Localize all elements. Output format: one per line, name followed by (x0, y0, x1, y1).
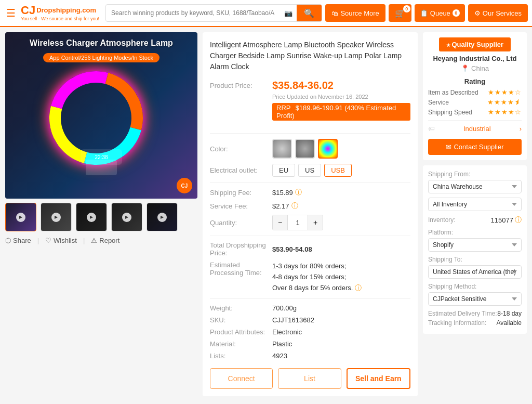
color-swatch-3[interactable] (318, 139, 338, 159)
rating-shipping-stars: ★★★★☆ (488, 108, 522, 116)
rating-service-stars: ★★★★⯨ (487, 98, 522, 106)
report-action[interactable]: ⚠ Report (91, 237, 119, 244)
source-more-button[interactable]: 🛍 Source More (325, 4, 385, 22)
our-services-button[interactable]: ⚙ Our Services (468, 4, 528, 22)
thumbnail-5[interactable]: ▶ (147, 203, 178, 231)
shipping-method-select[interactable]: CJPacket Sensitive (428, 292, 522, 306)
supplier-card: ★ Quality Supplier Heyang Industrial Co.… (423, 32, 527, 160)
shipping-info-icon[interactable]: ⓘ (295, 188, 302, 197)
platform-group: Platform: Shopify (428, 229, 522, 252)
sku-row: SKU: CJJT1613682 (210, 316, 410, 324)
quantity-input[interactable] (287, 215, 308, 230)
processing-row: Estimated Processing Time: 1-3 days for … (210, 261, 410, 293)
connect-button[interactable]: Connect (210, 368, 273, 389)
rrp-label: RRP (276, 104, 290, 112)
shipping-to-select[interactable]: United States of America (the) (428, 265, 522, 279)
services-icon: ⚙ (474, 9, 481, 17)
quantity-label: Quantity: (210, 219, 272, 227)
cj-watermark: CJ (177, 178, 192, 193)
wishlist-action[interactable]: ♡ Wishlist (45, 237, 77, 244)
shipping-from-group: Shipping From: China Warehouse (428, 171, 522, 193)
processing-info-icon[interactable]: ⓘ (355, 283, 362, 294)
product-main-image: Wireless Charger Atmosphere Lamp App Con… (5, 32, 197, 199)
menu-icon[interactable]: ☰ (4, 5, 18, 21)
quality-badge: ★ Quality Supplier (439, 37, 511, 51)
mail-icon: ✉ (446, 143, 451, 151)
quantity-decrease[interactable]: − (273, 215, 287, 230)
tracking-label: Tracking Information: (428, 319, 486, 327)
thumbnail-4[interactable]: ▶ (111, 203, 142, 231)
platform-label: Platform: (428, 229, 522, 236)
color-swatch-1[interactable] (272, 139, 292, 159)
service-fee-row: Service Fee: $2.17 ⓘ (210, 201, 410, 211)
flag-icon: ⚠ (91, 237, 97, 244)
service-info-icon[interactable]: ⓘ (291, 201, 298, 211)
shipping-to-label: Shipping To: (428, 256, 522, 263)
queue-icon: 📋 (420, 9, 428, 17)
main-content: Wireless Charger Atmosphere Lamp App Con… (0, 27, 532, 401)
inventory-info-icon[interactable]: ⓘ (515, 215, 522, 225)
outlet-usb[interactable]: USB (324, 164, 352, 177)
rating-service-label: Service (428, 99, 449, 106)
color-swatches (272, 139, 338, 159)
category-row[interactable]: 🏷 Industrial › (428, 120, 522, 137)
search-bar: 📷 🔍 (105, 4, 322, 22)
thumbnail-3[interactable]: ▶ (76, 203, 107, 231)
thumbnails: ▶ ▶ ▶ ▶ ▶ (5, 203, 197, 231)
outlet-eu[interactable]: EU (272, 164, 295, 177)
lists-value: 4923 (272, 352, 287, 360)
heart-icon: ♡ (45, 237, 51, 244)
thumbnail-1[interactable]: ▶ (5, 203, 36, 231)
cart-badge: 0 (403, 5, 410, 12)
price-row: Product Price: $35.84-36.02 (210, 80, 410, 92)
shipping-from-select[interactable]: China Warehouse (428, 180, 522, 193)
camera-icon[interactable]: 📷 (280, 9, 297, 17)
play-icon-4: ▶ (122, 213, 131, 222)
attributes-row: Product Attributes: Electronic (210, 328, 410, 336)
price-label: Product Price: (210, 82, 272, 89)
supplier-country: 📍 China (428, 64, 522, 72)
right-panel: ★ Quality Supplier Heyang Industrial Co.… (423, 32, 527, 396)
queue-button[interactable]: 📋 Queue 0 (415, 4, 465, 22)
play-icon-1: ▶ (16, 213, 25, 222)
search-input[interactable] (106, 9, 280, 17)
weight-label: Weight: (210, 304, 272, 312)
quantity-increase[interactable]: + (308, 215, 323, 230)
thumbnail-2[interactable]: ▶ (41, 203, 72, 231)
outlet-us[interactable]: US (298, 164, 321, 177)
chevron-right-icon: › (520, 125, 522, 133)
cart-button[interactable]: 🛒 0 (389, 4, 411, 22)
attributes-value: Electronic (272, 328, 302, 336)
weight-row: Weight: 700.00g (210, 304, 410, 312)
tracking-row: Tracking Information: Available (428, 319, 522, 327)
category-label: Industrial (463, 125, 491, 133)
processing-label: Estimated Processing Time: (210, 261, 272, 277)
rrp-value: $189.96-190.91 (430% Estimated Profit) (276, 104, 396, 120)
service-fee-label: Service Fee: (210, 202, 272, 210)
sku-value: CJJT1613682 (272, 316, 314, 324)
color-label: Color: (210, 145, 272, 153)
logo-area: CJ Dropshipping.com You sell - We source… (21, 4, 99, 22)
list-button[interactable]: List (278, 368, 341, 389)
color-swatch-2[interactable] (295, 139, 315, 159)
location-icon: 📍 (461, 64, 469, 72)
platform-select[interactable]: Shopify (428, 238, 522, 252)
rating-item-service: Service ★★★★⯨ (428, 98, 522, 106)
material-value: Plastic (272, 340, 292, 348)
delivery-time-value: 8-18 day (497, 310, 522, 317)
contact-supplier-button[interactable]: ✉ Contact Supplier (428, 139, 522, 155)
inventory-row: Inventory: 115077 ⓘ (428, 215, 522, 225)
attributes-label: Product Attributes: (210, 328, 272, 336)
share-action[interactable]: ⬡ Share (5, 237, 31, 244)
supplier-logo: ★ Quality Supplier (428, 37, 522, 51)
inventory-value: 115077 ⓘ (491, 215, 522, 225)
header: ☰ CJ Dropshipping.com You sell - We sour… (0, 0, 532, 27)
price-value: $35.84-36.02 (272, 80, 334, 92)
source-more-icon: 🛍 (331, 9, 338, 17)
left-panel: Wireless Charger Atmosphere Lamp App Con… (5, 32, 197, 396)
inventory-type-select[interactable]: All Inventory (428, 198, 522, 211)
search-button[interactable]: 🔍 (297, 4, 322, 22)
tracking-value: Available (497, 319, 522, 327)
sell-and-earn-button[interactable]: Sell and Earn (347, 368, 410, 389)
service-fee-value: $2.17 ⓘ (272, 201, 298, 211)
